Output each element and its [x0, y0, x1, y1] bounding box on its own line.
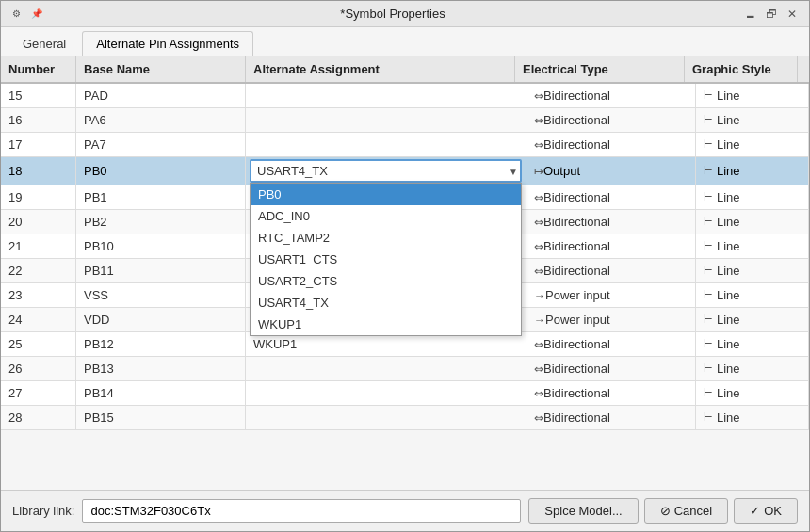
cancel-icon: ⊘ [660, 504, 671, 518]
pin-line-icon: ⊢ [704, 89, 713, 102]
cell-base-name: PAD [76, 84, 246, 107]
table-row[interactable]: 18PB0▼PB0ADC_IN0RTC_TAMP2USART1_CTSUSART… [1, 157, 809, 185]
tab-alternate-pin[interactable]: Alternate Pin Assignments [82, 31, 253, 56]
cell-base-name: VDD [76, 308, 246, 331]
electrical-type-label: Bidirectional [543, 411, 610, 425]
minimize-button[interactable]: 🗕 [741, 5, 760, 24]
dropdown-list: PB0ADC_IN0RTC_TAMP2USART1_CTSUSART2_CTSU… [250, 183, 522, 336]
cell-base-name: PB0 [76, 157, 246, 185]
cell-number: 23 [1, 283, 76, 307]
cell-electrical-type: → Power input [526, 283, 696, 307]
cell-graphic-style: ⊢ Line [696, 332, 809, 356]
dropdown-item[interactable]: USART1_CTS [251, 249, 521, 270]
cell-electrical-type: ↦ Output [526, 157, 696, 185]
alt-assign-input[interactable] [250, 159, 522, 183]
dialog: ⚙ 📌 *Symbol Properties 🗕 🗗 ✕ General Alt… [0, 0, 810, 532]
tabs-bar: General Alternate Pin Assignments [1, 27, 809, 56]
table-row[interactable]: 28PB15⇔ Bidirectional⊢ Line [1, 406, 809, 430]
cell-alt-assign[interactable]: ▼PB0ADC_IN0RTC_TAMP2USART1_CTSUSART2_CTS… [246, 157, 526, 185]
cell-number: 19 [1, 185, 76, 209]
cell-number: 21 [1, 234, 76, 258]
electrical-type-label: Bidirectional [543, 113, 610, 127]
cell-base-name: PB12 [76, 332, 246, 356]
dropdown-item[interactable]: PB0 [251, 184, 521, 205]
electrical-type-label: Power input [545, 313, 610, 327]
pin-line-icon: ⊢ [704, 191, 713, 203]
table-row[interactable]: 15PAD⇔ Bidirectional⊢ Line [1, 84, 809, 108]
electrical-type-icon: ⇔ [534, 338, 543, 351]
cell-graphic-style: ⊢ Line [696, 259, 809, 282]
dropdown-item[interactable]: USART2_CTS [251, 270, 521, 292]
restore-button[interactable]: 🗗 [762, 5, 781, 24]
table-row[interactable]: 17PA7⇔ Bidirectional⊢ Line [1, 133, 809, 157]
library-label: Library link: [12, 504, 74, 518]
electrical-type-icon: ⇔ [534, 191, 543, 204]
graphic-style-label: Line [717, 411, 740, 425]
cell-number: 25 [1, 332, 76, 356]
library-input[interactable] [82, 499, 521, 523]
cell-electrical-type: ⇔ Bidirectional [526, 185, 696, 209]
table-row[interactable]: 16PA6⇔ Bidirectional⊢ Line [1, 108, 809, 133]
cell-base-name: VSS [76, 283, 246, 307]
dropdown-item[interactable]: WKUP1 [251, 314, 521, 335]
titlebar-controls: 🗕 🗗 ✕ [741, 5, 802, 24]
electrical-type-label: Power input [545, 288, 610, 302]
cell-electrical-type: ⇔ Bidirectional [526, 108, 696, 132]
graphic-style-label: Line [717, 113, 740, 127]
cell-alt-assign [246, 406, 526, 429]
cell-number: 15 [1, 84, 76, 107]
cell-alt-assign [246, 108, 526, 132]
close-button[interactable]: ✕ [783, 5, 802, 24]
cell-alt-assign [246, 84, 526, 107]
col-elec-type: Electrical Type [515, 56, 685, 82]
cell-alt-assign [246, 133, 526, 156]
cell-base-name: PA7 [76, 133, 246, 156]
cell-graphic-style: ⊢ Line [696, 133, 809, 156]
dropdown-item[interactable]: RTC_TAMP2 [251, 227, 521, 249]
cancel-label: Cancel [674, 504, 712, 518]
cell-number: 28 [1, 406, 76, 429]
table-body[interactable]: 15PAD⇔ Bidirectional⊢ Line16PA6⇔ Bidirec… [1, 84, 809, 490]
pin-line-icon: ⊢ [704, 387, 713, 399]
pin-line-icon: ⊢ [704, 338, 713, 350]
cell-base-name: PA6 [76, 108, 246, 132]
electrical-type-label: Bidirectional [543, 337, 610, 351]
ok-button[interactable]: ✓ OK [734, 498, 798, 524]
cell-electrical-type: ⇔ Bidirectional [526, 332, 696, 356]
col-alt-assign: Alternate Assignment [246, 56, 515, 82]
pin-line-icon: ⊢ [704, 363, 713, 375]
electrical-type-label: Bidirectional [543, 362, 610, 376]
spice-model-button[interactable]: Spice Model... [528, 498, 638, 524]
table-row[interactable]: 27PB14⇔ Bidirectional⊢ Line [1, 381, 809, 406]
electrical-type-icon: → [534, 314, 545, 327]
cell-alt-assign [246, 381, 526, 405]
pin-line-icon: ⊢ [704, 138, 713, 151]
cell-number: 16 [1, 108, 76, 132]
pin-line-icon: ⊢ [704, 114, 713, 126]
dropdown-item[interactable]: USART4_TX [251, 292, 521, 314]
electrical-type-icon: ⇔ [534, 363, 543, 376]
dropdown-item[interactable]: ADC_IN0 [251, 205, 521, 227]
col-base-name: Base Name [76, 56, 246, 82]
table-row[interactable]: 26PB13⇔ Bidirectional⊢ Line [1, 357, 809, 381]
cancel-button[interactable]: ⊘ Cancel [644, 498, 728, 524]
pin-icon-title: 📌 [29, 7, 44, 22]
cell-electrical-type: ⇔ Bidirectional [526, 259, 696, 282]
cell-number: 24 [1, 308, 76, 331]
cell-graphic-style: ⊢ Line [696, 308, 809, 331]
cell-graphic-style: ⊢ Line [696, 108, 809, 132]
cell-electrical-type: ⇔ Bidirectional [526, 406, 696, 429]
graphic-style-label: Line [717, 288, 740, 302]
footer: Library link: Spice Model... ⊘ Cancel ✓ … [1, 490, 809, 531]
electrical-type-label: Bidirectional [543, 89, 610, 103]
graphic-style-label: Line [717, 386, 740, 400]
electrical-type-label: Output [543, 164, 580, 178]
tab-general[interactable]: General [8, 31, 80, 56]
cell-electrical-type: ⇔ Bidirectional [526, 84, 696, 107]
ok-icon: ✓ [750, 504, 760, 518]
col-number: Number [1, 56, 76, 82]
cell-graphic-style: ⊢ Line [696, 283, 809, 307]
graphic-style-label: Line [717, 313, 740, 327]
dialog-title: *Symbol Properties [44, 7, 741, 21]
electrical-type-label: Bidirectional [543, 190, 610, 204]
